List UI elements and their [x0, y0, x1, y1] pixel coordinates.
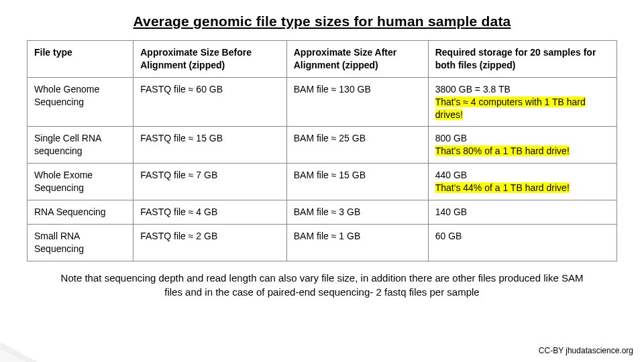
table-row: Whole Genome Sequencing FASTQ file ≈ 60 …	[28, 77, 617, 127]
cell-file-type: Single Cell RNA sequencing	[28, 127, 133, 164]
cell-after: BAM file ≈ 3 GB	[286, 200, 428, 225]
cell-before: FASTQ file ≈ 15 GB	[133, 127, 287, 164]
cell-storage: 60 GB	[428, 224, 616, 261]
cell-storage: 140 GB	[428, 200, 616, 225]
th-before: Approximate Size Before Alignment (zippe…	[133, 41, 287, 78]
storage-value: 140 GB	[435, 206, 467, 217]
cell-before: FASTQ file ≈ 4 GB	[133, 200, 287, 225]
cell-storage: 3800 GB = 3.8 TB That's ≈ 4 computers wi…	[428, 77, 616, 127]
storage-value: 440 GB	[435, 170, 467, 180]
cell-before: FASTQ file ≈ 60 GB	[133, 77, 287, 127]
storage-value: 60 GB	[435, 231, 462, 241]
storage-note-highlight: That's 44% of a 1 TB hard drive!	[435, 182, 570, 193]
footnote: Note that sequencing depth and read leng…	[54, 271, 590, 300]
th-file-type: File type	[28, 41, 133, 78]
cell-file-type: Small RNA Sequencing	[28, 224, 133, 261]
sizes-table: File type Approximate Size Before Alignm…	[27, 40, 617, 261]
cell-after: BAM file ≈ 1 GB	[286, 224, 428, 261]
corner-decoration-icon	[0, 335, 38, 362]
cell-before: FASTQ file ≈ 2 GB	[133, 224, 287, 261]
table-header-row: File type Approximate Size Before Alignm…	[28, 41, 617, 78]
storage-value: 800 GB	[435, 133, 467, 143]
th-after: Approximate Size After Alignment (zipped…	[286, 41, 428, 78]
table-row: Whole Exome Sequencing FASTQ file ≈ 7 GB…	[28, 164, 617, 200]
cell-after: BAM file ≈ 25 GB	[286, 127, 428, 164]
cell-after: BAM file ≈ 15 GB	[286, 164, 428, 200]
storage-note-highlight: That's ≈ 4 computers with 1 TB hard driv…	[435, 97, 586, 120]
cell-before: FASTQ file ≈ 7 GB	[133, 164, 287, 200]
th-storage: Required storage for 20 samples for both…	[428, 41, 616, 78]
table-row: Single Cell RNA sequencing FASTQ file ≈ …	[28, 127, 617, 164]
credit-text: CC-BY jhudatascience.org	[539, 346, 633, 355]
cell-file-type: RNA Sequencing	[28, 200, 133, 225]
page-title: Average genomic file type sizes for huma…	[27, 13, 617, 29]
storage-value: 3800 GB = 3.8 TB	[435, 84, 511, 95]
cell-file-type: Whole Genome Sequencing	[28, 77, 133, 127]
table-row: Small RNA Sequencing FASTQ file ≈ 2 GB B…	[28, 224, 617, 261]
cell-storage: 440 GB That's 44% of a 1 TB hard drive!	[428, 164, 616, 200]
cell-after: BAM file ≈ 130 GB	[286, 77, 428, 127]
cell-storage: 800 GB That's 80% of a 1 TB hard drive!	[428, 127, 616, 164]
table-row: RNA Sequencing FASTQ file ≈ 4 GB BAM fil…	[28, 200, 617, 225]
cell-file-type: Whole Exome Sequencing	[28, 164, 133, 200]
storage-note-highlight: That's 80% of a 1 TB hard drive!	[435, 145, 570, 156]
